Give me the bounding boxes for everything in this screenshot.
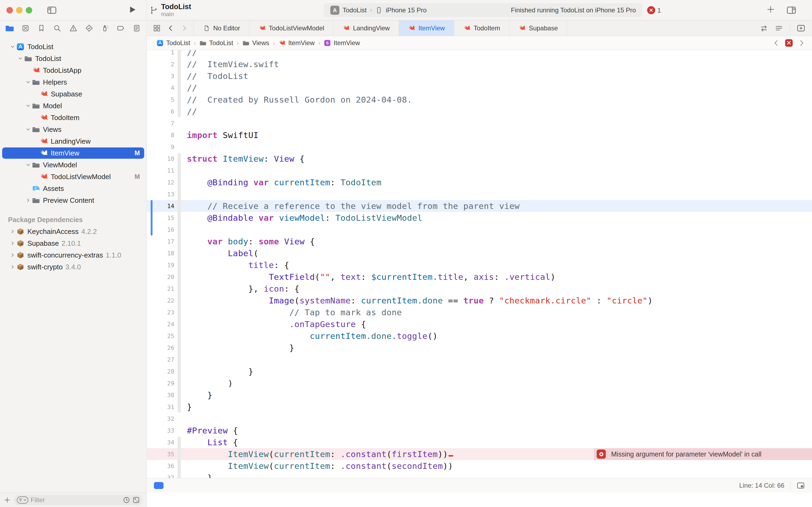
code-text[interactable]: .onTapGesture { — [187, 318, 366, 330]
tree-item-model[interactable]: Model — [0, 100, 147, 112]
tree-item-assets[interactable]: Assets — [0, 183, 147, 194]
disclosure-chevron-icon[interactable] — [25, 127, 32, 132]
source-control-status-icon[interactable] — [132, 496, 140, 504]
code-line[interactable]: 10struct ItemView: View { — [147, 153, 812, 165]
code-line[interactable]: 35 ItemView(currentItem: .constant(first… — [147, 448, 812, 460]
line-number[interactable]: 27 — [147, 356, 174, 363]
code-text[interactable]: // — [187, 82, 197, 94]
code-line[interactable]: 34 List { — [147, 436, 812, 448]
zoom-window-button[interactable] — [26, 7, 32, 13]
swap-editor-icon[interactable] — [760, 24, 768, 33]
code-line[interactable]: 3// TodoList — [147, 70, 812, 82]
code-line[interactable]: 17 var body: some View { — [147, 235, 812, 247]
previous-issue-icon[interactable] — [773, 40, 780, 47]
line-number[interactable]: 21 — [147, 285, 174, 292]
code-text[interactable]: }, icon: { — [187, 283, 299, 295]
package-item-swift-concurrency-extras[interactable]: swift-concurrency-extras1.1.0 — [0, 249, 147, 261]
code-line[interactable]: 25 currentItem.done.toggle() — [147, 330, 812, 342]
line-number[interactable]: 29 — [147, 380, 174, 387]
disclosure-chevron-icon[interactable] — [9, 252, 16, 258]
scheme-name[interactable]: TodoList — [343, 6, 366, 14]
source-control-change-bar[interactable] — [151, 200, 153, 235]
run-destination[interactable]: iPhone 15 Pro — [386, 6, 427, 14]
inline-error-badge-icon[interactable] — [597, 450, 606, 459]
add-button[interactable] — [766, 5, 775, 14]
filter-options-icon[interactable] — [17, 496, 28, 504]
line-number[interactable]: 31 — [147, 404, 174, 410]
code-text[interactable]: TextField("", text: $currentItem.title, … — [187, 271, 556, 283]
breadcrumb-item-itemview[interactable]: SItemView — [324, 39, 360, 47]
line-number[interactable]: 4 — [147, 84, 174, 91]
code-text[interactable]: title: { — [187, 259, 289, 271]
code-text[interactable]: List { — [187, 436, 238, 448]
line-number[interactable]: 18 — [147, 250, 174, 257]
code-line[interactable]: 33#Preview { — [147, 425, 812, 436]
tree-item-todoitem[interactable]: TodoItem — [0, 112, 147, 123]
project-navigator-icon[interactable] — [4, 23, 15, 34]
issue-error-badge-icon[interactable]: ✕ — [785, 39, 793, 47]
code-text[interactable]: // Receive a reference to the view model… — [187, 200, 520, 212]
line-number[interactable]: 12 — [147, 179, 174, 186]
line-number[interactable]: 32 — [147, 415, 174, 422]
code-line[interactable]: 1// — [147, 50, 812, 58]
tree-item-helpers[interactable]: Helpers — [0, 76, 147, 88]
line-number[interactable]: 30 — [147, 392, 174, 398]
code-text[interactable]: struct ItemView: View { — [187, 153, 305, 165]
line-number[interactable]: 5 — [147, 97, 174, 103]
code-line[interactable]: 15 @Bindable var viewModel: TodoListView… — [147, 212, 812, 224]
go-forward-icon[interactable] — [181, 25, 188, 32]
code-text[interactable]: @Binding var currentItem: TodoItem — [187, 176, 382, 188]
reports-icon[interactable] — [131, 23, 142, 34]
line-number[interactable]: 36 — [147, 463, 174, 469]
code-text[interactable]: #Preview { — [187, 425, 238, 436]
recent-files-clock-icon[interactable] — [123, 496, 130, 504]
code-line[interactable]: 18 Label( — [147, 247, 812, 259]
find-icon[interactable] — [52, 23, 63, 34]
code-line[interactable]: 26 } — [147, 342, 812, 354]
code-line[interactable]: 7 — [147, 117, 812, 129]
line-number[interactable]: 33 — [147, 427, 174, 434]
breadcrumb-item-itemview[interactable]: ItemView — [279, 39, 314, 47]
code-line[interactable]: 14 // Receive a reference to the view mo… — [147, 200, 812, 212]
disclosure-chevron-icon[interactable] — [25, 79, 32, 85]
line-number[interactable]: 6 — [147, 108, 174, 115]
tab-todoitem[interactable]: TodoItem — [454, 20, 510, 36]
next-issue-icon[interactable] — [798, 40, 805, 47]
disclosure-chevron-icon[interactable] — [25, 198, 32, 203]
line-number[interactable]: 10 — [147, 156, 174, 162]
disclosure-chevron-icon[interactable] — [17, 56, 24, 61]
line-number[interactable]: 1 — [147, 50, 174, 56]
code-line[interactable]: 8import SwiftUI — [147, 129, 812, 141]
adjust-editor-options-icon[interactable] — [775, 24, 783, 33]
tree-item-landingview[interactable]: LandingView — [0, 135, 147, 147]
line-number[interactable]: 11 — [147, 167, 174, 174]
tab-landingview[interactable]: LandingView — [334, 20, 399, 36]
code-text[interactable]: } — [187, 365, 253, 377]
tree-item-itemview[interactable]: ItemViewM — [0, 147, 147, 159]
code-line[interactable]: 31} — [147, 401, 812, 413]
tab-no-editor[interactable]: No Editor — [193, 20, 249, 36]
line-number[interactable]: 34 — [147, 439, 174, 446]
disclosure-chevron-icon[interactable] — [9, 264, 16, 270]
line-number[interactable]: 35 — [147, 451, 174, 458]
breakpoints-icon[interactable] — [115, 23, 126, 34]
line-number[interactable]: 24 — [147, 321, 174, 328]
inline-error-annotation[interactable]: Missing argument for parameter 'viewMode… — [594, 448, 812, 460]
tab-supabase[interactable]: Supabase — [509, 20, 567, 36]
code-text[interactable]: ) — [187, 377, 233, 389]
tree-item-todolistviewmodel[interactable]: TodoListViewModelM — [0, 171, 147, 183]
tree-item-views[interactable]: Views — [0, 123, 147, 135]
code-line[interactable]: 28 } — [147, 365, 812, 377]
run-button[interactable] — [128, 5, 137, 14]
code-line[interactable]: 9 — [147, 141, 812, 153]
code-line[interactable]: 2// ItemView.swift — [147, 58, 812, 70]
package-item-keychainaccess[interactable]: KeychainAccess4.2.2 — [0, 226, 147, 237]
tab-todolistviewmodel[interactable]: TodoListViewModel — [249, 20, 334, 36]
code-line[interactable]: 19 title: { — [147, 259, 812, 271]
code-line[interactable]: 29 ) — [147, 377, 812, 389]
error-count[interactable]: 1 — [657, 7, 661, 14]
code-text[interactable]: ItemView(currentItem: .constant(secondIt… — [187, 460, 453, 472]
breadcrumb-item-todolist[interactable]: TodoList — [199, 39, 233, 47]
code-text[interactable]: // — [187, 106, 197, 117]
code-text[interactable]: // Tap to mark as done — [187, 306, 402, 318]
